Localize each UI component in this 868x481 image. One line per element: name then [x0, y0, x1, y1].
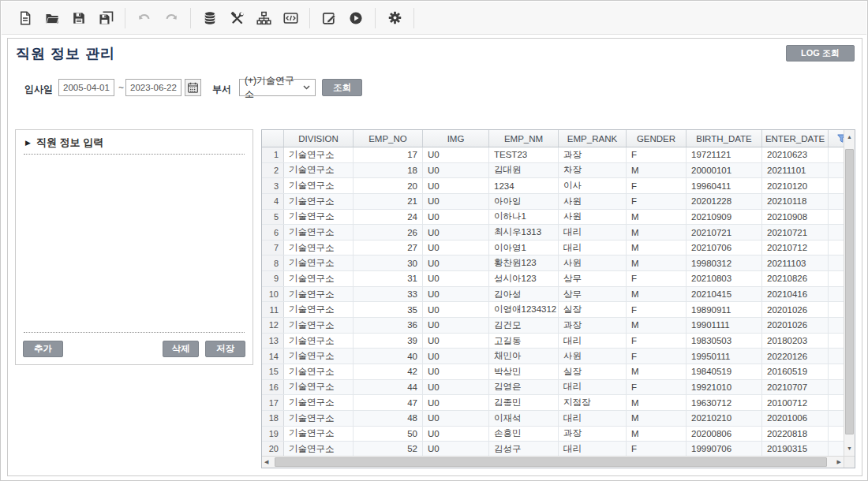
vertical-scrollbar[interactable]: ▲ ▼	[844, 130, 855, 456]
open-folder-button[interactable]	[43, 9, 62, 28]
filter-bar: 입사일 ~ 부서 (+)기술연구소 조회	[8, 79, 862, 98]
row-number-cell: 2	[262, 163, 284, 178]
table-cell: 31	[354, 271, 423, 286]
scroll-down-icon[interactable]: ▼	[844, 443, 855, 454]
table-row[interactable]: 12기술연구소36U0김건모과장M1990111120201026	[262, 318, 844, 334]
log-search-button[interactable]: LOG 조회	[786, 45, 855, 62]
column-header-img[interactable]: IMG	[423, 130, 489, 147]
table-cell: M	[627, 411, 687, 426]
table-cell: 상무	[559, 271, 627, 286]
new-document-button[interactable]	[16, 9, 35, 28]
column-header-birth-date[interactable]: BIRTH_DATE	[687, 130, 762, 147]
row-number-cell: 12	[262, 318, 284, 333]
code-button[interactable]	[281, 9, 300, 28]
table-row[interactable]: 5기술연구소24U0이하나1사원M2021090920210908	[262, 210, 844, 226]
toolbar-separator	[309, 8, 310, 28]
tools-button[interactable]	[227, 9, 246, 28]
table-row[interactable]: 11기술연구소35U0이영애1234312실장F1989091120201026	[262, 302, 844, 318]
column-header-emp-rank[interactable]: EMP_RANK	[559, 130, 627, 147]
column-header-division[interactable]: DIVISION	[284, 130, 354, 147]
table-cell: 기술연구소	[284, 349, 354, 364]
scroll-right-icon[interactable]: ▶	[837, 457, 841, 468]
table-cell: U0	[423, 210, 489, 225]
table-cell: 19840519	[687, 364, 762, 379]
table-row[interactable]: 17기술연구소47U0김종민지점장M1963071220100712	[262, 395, 844, 411]
table-row[interactable]: 14기술연구소40U0채민아사원F1995011120220126	[262, 349, 844, 364]
table-cell: 42	[354, 364, 423, 379]
table-cell: 대리	[559, 225, 627, 240]
table-row[interactable]: 2기술연구소18U0김대원차장M2000010120211101	[262, 163, 844, 179]
vertical-scroll-thumb[interactable]	[845, 149, 854, 434]
column-header-enter-date[interactable]: ENTER_DATE	[762, 130, 829, 147]
hire-date-from-input[interactable]	[58, 79, 114, 96]
save-row-button[interactable]: 저장	[205, 341, 245, 357]
search-button[interactable]: 조회	[322, 79, 362, 96]
scroll-up-icon[interactable]: ▲	[844, 132, 855, 143]
table-cell: TEST23	[489, 147, 559, 162]
table-row[interactable]: 19기술연구소50U0손흥민과장M2020080620220818	[262, 427, 844, 442]
filter-cell	[829, 210, 844, 225]
employee-input-header[interactable]: ▶ 직원 정보 입력	[16, 132, 245, 154]
calendar-button[interactable]	[185, 79, 201, 96]
table-cell: 20210721	[687, 225, 762, 240]
column-header-emp-nm[interactable]: EMP_NM	[489, 130, 559, 147]
redo-button[interactable]	[162, 9, 181, 28]
table-row[interactable]: 10기술연구소33U0김아성상무M2021041520210416	[262, 287, 844, 303]
add-button[interactable]: 추가	[23, 341, 63, 357]
table-cell: U0	[423, 287, 489, 302]
table-row[interactable]: 16기술연구소44U0김영은대리F1992101020210707	[262, 380, 844, 396]
table-cell: 이사	[559, 178, 627, 193]
table-row[interactable]: 9기술연구소31U0성시아123상무F2021080320210826	[262, 271, 844, 287]
table-row[interactable]: 13기술연구소39U0고길동대리F1983050320180203	[262, 334, 844, 349]
scroll-left-icon[interactable]: ◀	[264, 457, 268, 468]
table-row[interactable]: 8기술연구소30U0황찬원123사원M1998031220211103	[262, 255, 844, 271]
table-row[interactable]: 18기술연구소48U0이재석대리M2021021020201006	[262, 411, 844, 427]
row-number-cell: 8	[262, 255, 284, 270]
table-row[interactable]: 1기술연구소17U0TEST23과장F1972112120210623	[262, 147, 844, 163]
table-cell: M	[627, 364, 687, 379]
sitemap-button[interactable]	[254, 9, 273, 28]
database-button[interactable]	[200, 9, 219, 28]
table-cell: U0	[423, 225, 489, 240]
filter-cell	[829, 380, 844, 395]
filter-cell	[829, 395, 844, 410]
row-number-header[interactable]	[262, 130, 284, 147]
table-cell: 18	[354, 163, 423, 178]
table-cell: 김영은	[489, 380, 559, 395]
table-cell: 20210415	[687, 287, 762, 302]
table-cell: 김아성	[489, 287, 559, 302]
row-number-cell: 19	[262, 427, 284, 442]
save-button[interactable]	[69, 9, 88, 28]
horizontal-scroll-thumb[interactable]	[275, 457, 827, 467]
table-cell: F	[627, 349, 687, 364]
undo-button[interactable]	[135, 9, 154, 28]
column-header-emp-no[interactable]: EMP_NO	[354, 130, 423, 147]
horizontal-scrollbar[interactable]: ◀ ▶	[262, 456, 844, 468]
column-header-gender[interactable]: GENDER	[627, 130, 687, 147]
filter-cell	[829, 178, 844, 193]
filter-cell	[829, 427, 844, 442]
row-number-cell: 10	[262, 287, 284, 302]
delete-button[interactable]: 삭제	[163, 341, 199, 357]
table-row[interactable]: 15기술연구소42U0박상민실장M1984051920160519	[262, 364, 844, 380]
row-number-cell: 17	[262, 395, 284, 410]
table-row[interactable]: 4기술연구소21U0아아잉사원F2020122820210118	[262, 194, 844, 210]
sitemap-icon	[256, 11, 271, 25]
dept-select[interactable]: (+)기술연구소	[239, 79, 316, 96]
run-button[interactable]	[346, 9, 365, 28]
row-number-cell: 15	[262, 364, 284, 379]
date-range-tilde: ~	[118, 82, 124, 93]
table-cell: 기술연구소	[284, 411, 354, 426]
employee-input-title: 직원 정보 입력	[36, 136, 103, 150]
table-cell: 48	[354, 411, 423, 426]
settings-button[interactable]	[385, 9, 404, 28]
table-row[interactable]: 7기술연구소27U0이아영1대리M2021070620210712	[262, 240, 844, 256]
table-row[interactable]: 20기술연구소52U0김성구대리F1999070620190315	[262, 442, 844, 456]
table-row[interactable]: 3기술연구소20U01234이사F1996041120210120	[262, 178, 844, 194]
table-row[interactable]: 6기술연구소26U0최시우1313대리M2021072120210721	[262, 225, 844, 240]
calendar-icon	[188, 82, 198, 93]
edit-button[interactable]	[320, 9, 339, 28]
table-cell: 황찬원123	[489, 255, 559, 270]
hire-date-to-input[interactable]	[125, 79, 181, 96]
save-all-button[interactable]	[96, 9, 115, 28]
